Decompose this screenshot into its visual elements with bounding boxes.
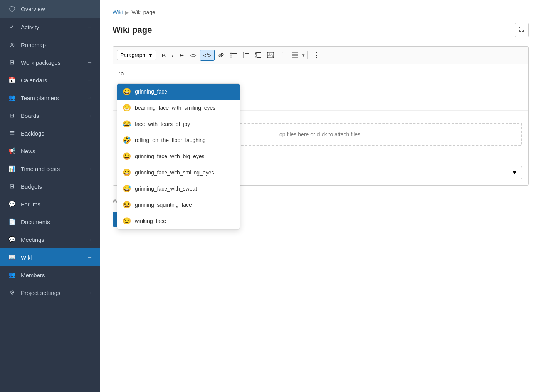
sidebar-item-budgets[interactable]: ⊞ Budgets — [0, 178, 100, 195]
italic-button[interactable]: I — [169, 50, 176, 60]
emoji-item-grinning_squinting_face[interactable]: 😆 grinning_squinting_face — [117, 197, 240, 213]
emoji-label-grinning_squinting_face: grinning_squinting_face — [135, 202, 192, 208]
svg-rect-17 — [257, 57, 261, 58]
emoji-item-grinning_face_with_sweat[interactable]: 😅 grinning_face_with_sweat — [117, 181, 240, 197]
calendars-icon: 📅 — [8, 77, 16, 84]
link-button[interactable] — [215, 50, 227, 60]
table-button[interactable] — [289, 50, 301, 60]
svg-point-0 — [230, 53, 232, 54]
emoji-label-grinning_face: grinning_face — [135, 89, 167, 95]
blockquote-button[interactable]: " — [277, 50, 289, 60]
sidebar-item-members[interactable]: 👥 Members — [0, 266, 100, 284]
sidebar-label-project-settings: Project settings — [21, 290, 87, 296]
sidebar: ⓘ Overview ✓ Activity → ◎ Roadmap ⊞ Work… — [0, 0, 100, 392]
sidebar-label-budgets: Budgets — [21, 183, 92, 190]
emoji-label-face_with_tears_of_joy: face_with_tears_of_joy — [135, 121, 190, 127]
svg-rect-21 — [292, 52, 298, 58]
editor-toolbar: Paragraph ▼ B I S <> </> 1.2.3. — [113, 47, 528, 64]
code-block-button[interactable]: </> — [200, 50, 215, 61]
svg-rect-3 — [232, 55, 237, 55]
emoji-item-grinning_face[interactable]: 😀 grinning_face — [117, 84, 240, 100]
sidebar-item-news[interactable]: 📢 News — [0, 142, 100, 160]
emoji-icon-grinning_squinting_face: 😆 — [123, 201, 131, 209]
strikethrough-button[interactable]: S — [177, 50, 186, 60]
breadcrumb: Wiki ▶ Wiki page — [113, 9, 529, 15]
work-packages-icon: ⊞ — [8, 59, 16, 66]
meetings-arrow: → — [87, 236, 92, 243]
roadmap-icon: ◎ — [8, 41, 16, 48]
svg-point-2 — [230, 55, 232, 56]
svg-rect-15 — [257, 55, 261, 55]
content-area: Wiki ▶ Wiki page Wiki page Paragraph ▼ B — [100, 0, 541, 392]
sidebar-item-meetings[interactable]: 💬 Meetings → — [0, 231, 100, 248]
paragraph-select[interactable]: Paragraph ▼ — [117, 50, 156, 60]
sidebar-item-team-planners[interactable]: 👥 Team planners → — [0, 89, 100, 107]
image-button[interactable] — [265, 50, 276, 60]
sidebar-item-roadmap[interactable]: ◎ Roadmap — [0, 36, 100, 54]
bold-button[interactable]: B — [159, 50, 168, 60]
toolbar-separator — [307, 51, 308, 59]
sidebar-item-time-and-costs[interactable]: 📊 Time and costs → — [0, 160, 100, 178]
work-packages-arrow: → — [87, 59, 92, 65]
ordered-list-button[interactable]: 1.2.3. — [240, 50, 252, 60]
table-dropdown-arrow[interactable]: ▼ — [302, 53, 306, 57]
svg-rect-11 — [245, 57, 249, 57]
project-settings-arrow: → — [87, 290, 92, 296]
emoji-item-winking_face[interactable]: 😉 winking_face — [117, 213, 240, 229]
team-planners-icon: 👥 — [8, 94, 16, 101]
sidebar-item-documents[interactable]: 📄 Documents — [0, 213, 100, 231]
sidebar-item-project-settings[interactable]: ⚙ Project settings → — [0, 284, 100, 302]
emoji-label-winking_face: winking_face — [135, 218, 166, 224]
sidebar-item-calendars[interactable]: 📅 Calendars → — [0, 71, 100, 89]
activity-arrow: → — [87, 24, 92, 30]
breadcrumb-wiki[interactable]: Wiki — [113, 9, 123, 15]
meetings-icon: 💬 — [8, 236, 16, 243]
emoji-item-grinning_face_with_big_eyes[interactable]: 😃 grinning_face_with_big_eyes — [117, 148, 240, 164]
editor-container: Paragraph ▼ B I S <> </> 1.2.3. — [113, 46, 529, 186]
sidebar-label-boards: Boards — [21, 112, 87, 119]
bullet-list-button[interactable] — [228, 50, 239, 60]
inline-code-button[interactable]: <> — [187, 50, 199, 60]
more-button[interactable]: ⋮ — [310, 49, 323, 61]
team-planners-arrow: → — [87, 95, 92, 101]
documents-icon: 📄 — [8, 218, 16, 225]
time-and-costs-icon: 📊 — [8, 165, 16, 172]
members-icon: 👥 — [8, 271, 16, 278]
emoji-label-rolling_on_the_floor_laughing: rolling_on_the_floor_laughing — [135, 137, 206, 143]
task-list-button[interactable] — [252, 50, 264, 60]
sidebar-item-backlogs[interactable]: ☰ Backlogs — [0, 124, 100, 142]
page-title-row: Wiki page — [113, 23, 529, 37]
sidebar-label-activity: Activity — [21, 24, 87, 30]
sidebar-label-documents: Documents — [21, 219, 92, 225]
sidebar-label-overview: Overview — [21, 6, 92, 12]
emoji-item-grinning_face_with_smiling_eyes[interactable]: 😄 grinning_face_with_smiling_eyes — [117, 164, 240, 181]
sidebar-item-overview[interactable]: ⓘ Overview — [0, 0, 100, 18]
sidebar-label-news: News — [21, 148, 92, 154]
wiki-icon: 📖 — [8, 254, 16, 261]
sidebar-label-time-and-costs: Time and costs — [21, 166, 87, 172]
emoji-item-rolling_on_the_floor_laughing[interactable]: 🤣 rolling_on_the_floor_laughing — [117, 132, 240, 148]
sidebar-item-work-packages[interactable]: ⊞ Work packages → — [0, 54, 100, 71]
emoji-icon-winking_face: 😉 — [123, 217, 131, 225]
svg-point-19 — [269, 54, 270, 55]
svg-rect-14 — [255, 55, 257, 56]
sidebar-label-work-packages: Work packages — [21, 59, 87, 66]
sidebar-item-activity[interactable]: ✓ Activity → — [0, 18, 100, 36]
attach-text: op files here or click to attach files. — [279, 131, 362, 137]
emoji-item-face_with_tears_of_joy[interactable]: 😂 face_with_tears_of_joy — [117, 116, 240, 132]
svg-rect-1 — [232, 53, 237, 54]
svg-rect-5 — [232, 57, 237, 57]
svg-rect-13 — [257, 52, 261, 53]
sidebar-label-roadmap: Roadmap — [21, 42, 92, 48]
sidebar-item-forums[interactable]: 💬 Forums — [0, 195, 100, 213]
emoji-item-beaming_face_with_smiling_eyes[interactable]: 😁 beaming_face_with_smiling_eyes — [117, 100, 240, 116]
expand-button[interactable] — [515, 23, 529, 37]
boards-icon: ⊟ — [8, 112, 16, 119]
sidebar-item-boards[interactable]: ⊟ Boards → — [0, 107, 100, 124]
emoji-icon-grinning_face_with_smiling_eyes: 😄 — [123, 168, 131, 177]
editor-body[interactable]: :a 😀 grinning_face 😁 beaming_face_with_s… — [113, 64, 528, 110]
sidebar-item-wiki[interactable]: 📖 Wiki → — [0, 248, 100, 266]
sidebar-label-calendars: Calendars — [21, 77, 87, 84]
sidebar-label-wiki: Wiki — [21, 254, 87, 261]
forums-icon: 💬 — [8, 201, 16, 208]
